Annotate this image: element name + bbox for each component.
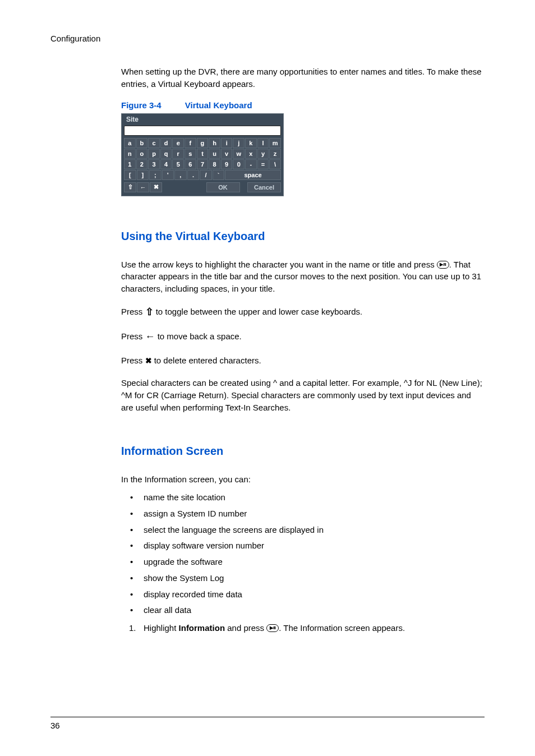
key-2[interactable]: 2: [136, 159, 148, 169]
text: Press: [121, 307, 145, 316]
key-apostrophe[interactable]: ': [162, 170, 174, 180]
key-g[interactable]: g: [197, 138, 209, 148]
vk-press-shift: Press ⇧ to toggle between the upper and …: [121, 305, 485, 320]
key-7[interactable]: 7: [197, 159, 209, 169]
key-w[interactable]: w: [233, 149, 245, 159]
key-backtick[interactable]: `: [213, 170, 225, 180]
key-space[interactable]: space: [225, 170, 281, 180]
text: Press: [121, 331, 145, 341]
text: Press: [121, 356, 145, 365]
vk-text-input[interactable]: [124, 126, 281, 136]
back-arrow-icon: ←: [145, 329, 155, 344]
cancel-button[interactable]: Cancel: [247, 182, 281, 192]
key-z[interactable]: z: [269, 149, 281, 159]
text: to toggle between the upper and lower ca…: [154, 307, 363, 316]
list-item: assign a System ID number: [121, 508, 485, 520]
x-icon: ✖: [145, 355, 152, 366]
key-t[interactable]: t: [197, 149, 209, 159]
key-5[interactable]: 5: [172, 159, 184, 169]
key-l[interactable]: l: [257, 138, 269, 148]
step-1: 1. Highlight Information and press ▶/II.…: [121, 622, 485, 634]
key-m[interactable]: m: [269, 138, 281, 148]
list-item: clear all data: [121, 604, 485, 616]
shift-icon: ⇧: [128, 183, 133, 191]
key-q[interactable]: q: [160, 149, 172, 159]
enter-icon: ▶/II: [437, 261, 449, 269]
key-y[interactable]: y: [257, 149, 269, 159]
text-bold: Information: [179, 623, 225, 633]
delete-button[interactable]: ✖: [150, 182, 162, 192]
list-item: name the site location: [121, 491, 485, 504]
key-p[interactable]: p: [148, 149, 160, 159]
running-header: Configuration: [50, 34, 485, 43]
text: and press: [225, 623, 266, 633]
vk-site-label: Site: [126, 116, 139, 123]
back-arrow-icon: ←: [140, 184, 146, 191]
vk-press-back: Press ← to move back a space.: [121, 330, 485, 344]
key-a[interactable]: a: [124, 138, 136, 148]
virtual-keyboard: Site a b c d e f g h i j k l m n o p: [121, 113, 284, 196]
key-semicolon[interactable]: ;: [149, 170, 162, 180]
key-n[interactable]: n: [124, 149, 136, 159]
spacer: [241, 182, 247, 192]
key-rbracket[interactable]: ]: [137, 170, 149, 180]
key-s[interactable]: s: [185, 149, 196, 159]
shift-icon: ⇧: [145, 305, 154, 319]
key-equals[interactable]: =: [257, 159, 269, 169]
enter-icon: ▶/II: [266, 624, 279, 632]
key-dash[interactable]: -: [245, 159, 257, 169]
key-x[interactable]: x: [245, 149, 257, 159]
key-lbracket[interactable]: [: [124, 170, 136, 180]
key-o[interactable]: o: [136, 149, 148, 159]
step-number: 1.: [129, 622, 136, 634]
key-h[interactable]: h: [209, 138, 220, 148]
backspace-button[interactable]: ←: [137, 182, 149, 192]
key-r[interactable]: r: [172, 149, 184, 159]
text: . The Information screen appears.: [279, 623, 405, 633]
key-k[interactable]: k: [245, 138, 257, 148]
key-period[interactable]: .: [187, 170, 200, 180]
info-intro: In the Information screen, you can:: [121, 473, 485, 486]
text: to delete entered characters.: [152, 356, 261, 365]
vk-use-paragraph: Use the arrow keys to highlight the char…: [121, 259, 485, 295]
text: Use the arrow keys to highlight the char…: [121, 260, 437, 269]
key-c[interactable]: c: [148, 138, 160, 148]
heading-virtual-keyboard: Using the Virtual Keyboard: [121, 230, 485, 243]
key-3[interactable]: 3: [148, 159, 160, 169]
key-i[interactable]: i: [221, 138, 233, 148]
intro-paragraph: When setting up the DVR, there are many …: [121, 66, 485, 90]
key-e[interactable]: e: [172, 138, 184, 148]
key-8[interactable]: 8: [209, 159, 220, 169]
spacer: [163, 182, 206, 192]
key-0[interactable]: 0: [233, 159, 245, 169]
key-j[interactable]: j: [233, 138, 245, 148]
heading-information-screen: Information Screen: [121, 445, 485, 458]
key-f[interactable]: f: [185, 138, 196, 148]
ok-button[interactable]: OK: [206, 182, 240, 192]
key-comma[interactable]: ,: [174, 170, 187, 180]
list-item: display recorded time data: [121, 588, 485, 601]
footer-rule: [50, 717, 485, 717]
text: to move back a space.: [155, 331, 242, 341]
key-u[interactable]: u: [209, 149, 220, 159]
key-4[interactable]: 4: [160, 159, 172, 169]
text: Highlight: [144, 623, 179, 633]
key-slash[interactable]: /: [200, 170, 212, 180]
info-bullet-list: name the site location assign a System I…: [121, 491, 485, 616]
list-item: show the System Log: [121, 572, 485, 584]
key-9[interactable]: 9: [221, 159, 233, 169]
figure-caption: Figure 3-4 Virtual Keyboard: [121, 100, 485, 110]
key-1[interactable]: 1: [124, 159, 136, 169]
key-6[interactable]: 6: [185, 159, 196, 169]
figure-title: Virtual Keyboard: [185, 100, 252, 110]
key-backslash[interactable]: \: [269, 159, 281, 169]
key-d[interactable]: d: [160, 138, 172, 148]
vk-press-delete: Press ✖ to delete entered characters.: [121, 354, 485, 367]
shift-button[interactable]: ⇧: [124, 182, 136, 192]
key-v[interactable]: v: [221, 149, 233, 159]
key-b[interactable]: b: [136, 138, 148, 148]
x-icon: ✖: [154, 183, 159, 191]
figure-number: Figure 3-4: [121, 100, 162, 110]
vk-special-chars: Special characters can be created using …: [121, 377, 485, 413]
page-number: 36: [50, 721, 485, 730]
